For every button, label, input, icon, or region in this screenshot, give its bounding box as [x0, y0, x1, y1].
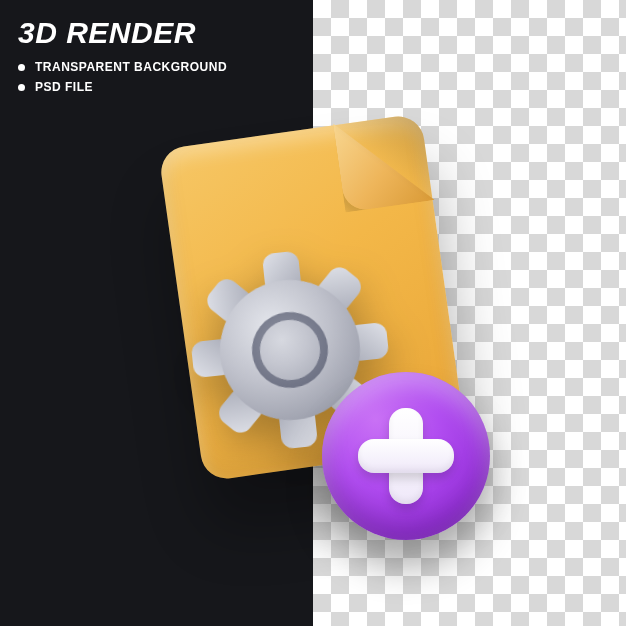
add-badge-icon	[322, 372, 490, 540]
bullet-dot-icon	[18, 64, 25, 71]
header: 3D RENDER TRANSPARENT BACKGROUND PSD FIL…	[18, 16, 227, 94]
feature-label: TRANSPARENT BACKGROUND	[35, 60, 227, 74]
feature-label: PSD FILE	[35, 80, 93, 94]
feature-item: TRANSPARENT BACKGROUND	[18, 60, 227, 74]
plus-icon	[358, 408, 454, 504]
bullet-dot-icon	[18, 84, 25, 91]
page-title: 3D RENDER	[18, 16, 227, 50]
feature-item: PSD FILE	[18, 80, 227, 94]
file-folded-corner-icon	[333, 111, 435, 213]
promo-card: 3D RENDER TRANSPARENT BACKGROUND PSD FIL…	[0, 0, 626, 626]
feature-list: TRANSPARENT BACKGROUND PSD FILE	[18, 60, 227, 94]
file-settings-add-3d-icon	[150, 120, 480, 530]
